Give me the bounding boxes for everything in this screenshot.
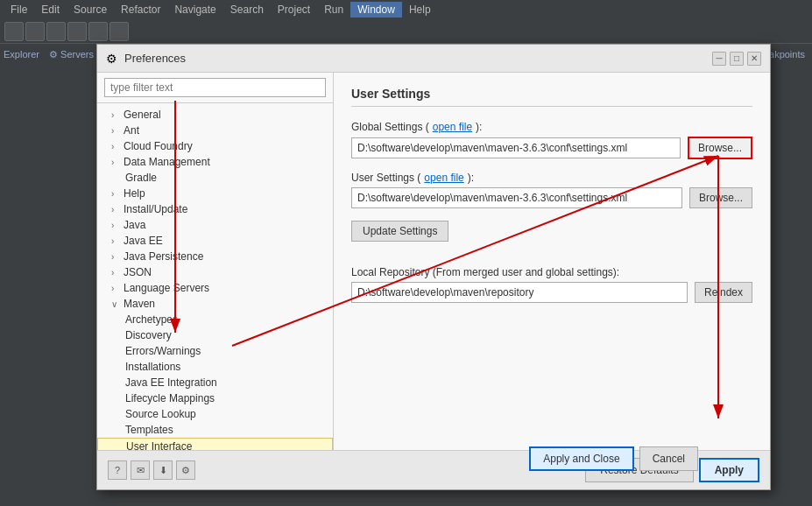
content-panel: User Settings Global Settings (open file… — [334, 73, 770, 450]
servers-label[interactable]: ⚙ Servers — [49, 49, 94, 60]
reindex-button[interactable]: Reindex — [695, 282, 752, 303]
tree-item-discovery[interactable]: Discovery — [97, 327, 333, 343]
toolbar-btn-4[interactable] — [67, 22, 87, 41]
tree-item-cloud-foundry[interactable]: › Cloud Foundry — [97, 138, 333, 154]
tree-item-lifecycle-mappings[interactable]: Lifecycle Mappings — [97, 390, 333, 406]
tree-label-errors-warnings: Errors/Warnings — [125, 345, 201, 357]
explorer-label[interactable]: Explorer — [4, 49, 39, 60]
tree-item-java-ee[interactable]: › Java EE — [97, 233, 333, 249]
tree-item-java[interactable]: › Java — [97, 217, 333, 233]
menu-search[interactable]: Search — [223, 2, 271, 18]
tree-item-maven[interactable]: ∨ Maven — [97, 296, 333, 312]
tree-label-gradle: Gradle — [125, 172, 157, 184]
tree-label-templates: Templates — [125, 424, 173, 436]
tree-item-gradle[interactable]: Gradle — [97, 170, 333, 186]
tree-label-help: Help — [124, 187, 145, 200]
menu-refactor[interactable]: Refactor — [114, 2, 167, 18]
user-settings-input[interactable] — [351, 187, 682, 208]
dialog-maximize-btn[interactable]: □ — [730, 52, 744, 66]
footer-help-btn[interactable]: ? — [108, 460, 127, 480]
tree-label-general: General — [124, 109, 161, 121]
tree-item-java-persistence[interactable]: › Java Persistence — [97, 249, 333, 264]
tree-item-data-management[interactable]: › Data Management — [97, 154, 333, 170]
tree-label-user-interface: User Interface — [126, 440, 192, 450]
tree-filter-input[interactable] — [104, 78, 326, 97]
section-title: User Settings — [351, 87, 752, 107]
menu-file[interactable]: File — [4, 2, 34, 18]
dialog-close-btn[interactable]: ✕ — [747, 52, 761, 66]
footer-left-icons: ? ✉ ⬇ ⚙ — [108, 460, 195, 480]
footer-export-btn[interactable]: ✉ — [131, 460, 150, 480]
menu-project[interactable]: Project — [271, 2, 317, 18]
expand-icon-cloud-foundry: › — [111, 142, 120, 151]
tree-label-java-ee-integration: Java EE Integration — [125, 376, 217, 389]
tree-item-install-update[interactable]: › Install/Update — [97, 201, 333, 217]
tree-label-source-lookup: Source Lookup — [125, 408, 196, 420]
global-settings-group: Global Settings (open file): Browse... — [351, 121, 752, 159]
tree-item-language-servers[interactable]: › Language Servers — [97, 280, 333, 296]
tree-label-installations: Installations — [125, 361, 180, 373]
dialog-minimize-btn[interactable]: ─ — [712, 52, 726, 66]
menu-run[interactable]: Run — [317, 2, 350, 18]
tree-item-user-interface[interactable]: User Interface — [97, 438, 333, 450]
footer-import-btn[interactable]: ⬇ — [153, 460, 173, 480]
tree-label-discovery: Discovery — [125, 329, 172, 341]
expand-icon-language-servers: › — [111, 284, 120, 293]
user-settings-row: Browse... — [351, 187, 752, 208]
apply-button[interactable]: Apply — [699, 458, 759, 482]
user-settings-link[interactable]: open file — [424, 172, 463, 184]
tree-item-java-ee-integration[interactable]: Java EE Integration — [97, 375, 333, 390]
menu-window[interactable]: Window — [350, 2, 402, 18]
toolbar-btn-3[interactable] — [46, 22, 66, 41]
expand-icon-java-persistence: › — [111, 252, 120, 262]
expand-icon-json: › — [111, 268, 120, 278]
cancel-button[interactable]: Cancel — [639, 446, 698, 471]
global-settings-row: Browse... — [351, 137, 752, 159]
tree-label-maven: Maven — [124, 298, 155, 310]
user-settings-group: User Settings (open file): Browse... — [351, 172, 752, 208]
dialog-title: Preferences — [124, 52, 186, 65]
expand-icon-java: › — [111, 221, 120, 230]
toolbar-btn-1[interactable] — [4, 22, 24, 41]
tree-item-errors-warnings[interactable]: Errors/Warnings — [97, 343, 333, 359]
preferences-dialog: ⚙ Preferences ─ □ ✕ › General › An — [96, 44, 771, 490]
tree-label-ant: Ant — [124, 124, 139, 137]
tree-item-installations[interactable]: Installations — [97, 359, 333, 375]
sidebar-labels: Explorer ⚙ Servers — [4, 49, 94, 60]
apply-and-close-button[interactable]: Apply and Close — [529, 446, 633, 471]
local-repo-group: Local Repository (From merged user and g… — [351, 266, 752, 303]
dialog-body: › General › Ant › Cloud Foundry › Data M… — [97, 73, 770, 450]
menu-navigate[interactable]: Navigate — [167, 2, 222, 18]
update-settings-button[interactable]: Update Settings — [351, 221, 448, 242]
footer-settings-btn[interactable]: ⚙ — [176, 460, 195, 480]
tree-label-json: JSON — [124, 266, 152, 278]
tree-item-ant[interactable]: › Ant — [97, 123, 333, 138]
toolbar-btn-2[interactable] — [25, 22, 45, 41]
tree-item-templates[interactable]: Templates — [97, 422, 333, 438]
tree-filter-container — [97, 73, 333, 103]
global-browse-button[interactable]: Browse... — [688, 137, 752, 159]
local-repo-label: Local Repository (From merged user and g… — [351, 266, 752, 278]
tree-label-cloud-foundry: Cloud Foundry — [124, 140, 193, 152]
toolbar-btn-6[interactable] — [109, 22, 129, 41]
local-repo-input[interactable] — [351, 282, 688, 303]
global-settings-text: Global Settings ( — [351, 121, 429, 133]
tree-content[interactable]: › General › Ant › Cloud Foundry › Data M… — [97, 103, 333, 450]
menu-source[interactable]: Source — [67, 2, 114, 18]
menu-help[interactable]: Help — [402, 2, 438, 18]
global-settings-input[interactable] — [351, 137, 681, 158]
dialog-controls: ─ □ ✕ — [712, 52, 761, 66]
user-settings-text: User Settings ( — [351, 172, 420, 184]
tree-item-source-lookup[interactable]: Source Lookup — [97, 406, 333, 422]
dialog-title-bar: ⚙ Preferences ─ □ ✕ — [97, 45, 770, 73]
tree-item-general[interactable]: › General — [97, 107, 333, 123]
toolbar-btn-5[interactable] — [88, 22, 108, 41]
tree-item-json[interactable]: › JSON — [97, 264, 333, 280]
user-browse-button[interactable]: Browse... — [689, 187, 752, 208]
global-settings-link[interactable]: open file — [433, 121, 472, 133]
tree-item-help[interactable]: › Help — [97, 186, 333, 201]
tree-item-archetypes[interactable]: Archetypes — [97, 312, 333, 327]
menu-edit[interactable]: Edit — [34, 2, 67, 18]
expand-icon-general: › — [111, 110, 120, 120]
tree-label-java-ee: Java EE — [124, 235, 163, 247]
